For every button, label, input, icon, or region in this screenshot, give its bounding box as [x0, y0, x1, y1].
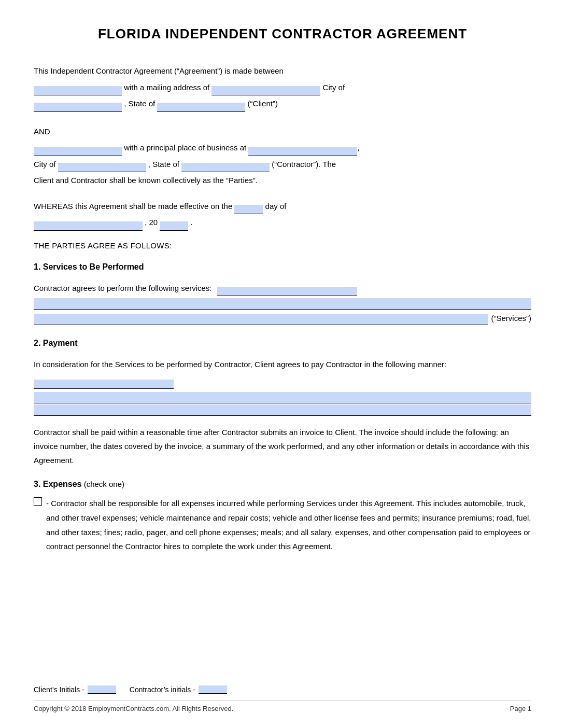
document-title: FLORIDA INDEPENDENT CONTRACTOR AGREEMENT: [34, 26, 531, 42]
client-state-field[interactable]: [157, 103, 245, 112]
and-line2: with a principal place of business at ,: [34, 139, 531, 156]
footer: Client’s Initials - Contractor’s initial…: [34, 685, 531, 712]
checkbox-1[interactable]: [34, 497, 42, 506]
state-of-text2: , State of: [148, 160, 179, 169]
section3-heading: 3. Expenses: [34, 480, 82, 488]
year-prefix-text: , 20: [145, 218, 158, 227]
section3-subheading: (check one): [84, 480, 124, 488]
payment-field-2[interactable]: [34, 392, 531, 403]
with-mailing-text: with a mailing address of: [124, 83, 209, 92]
services-label: (“Services”): [491, 311, 532, 326]
payment-paragraph: Contractor shall be paid within a reason…: [34, 425, 531, 467]
state-of-text: , State of: [124, 99, 155, 108]
contractor-city-field[interactable]: [58, 163, 146, 172]
intro-block: This Independent Contractor Agreement (“…: [34, 63, 531, 112]
month-field[interactable]: [34, 221, 143, 231]
business-address-field[interactable]: [248, 147, 357, 156]
section3-heading-row: 3. Expenses (check one): [34, 480, 531, 489]
services-text: Contractor agrees to perform the followi…: [34, 284, 211, 292]
payment-text: In consideration for the Services to be …: [34, 356, 531, 389]
intro-text-1: This Independent Contractor Agreement (“…: [34, 66, 284, 75]
and-section: AND with a principal place of business a…: [34, 123, 531, 189]
contractor-label-text: (“Contractor”). The: [272, 160, 336, 169]
section2-heading: 2. Payment: [34, 339, 531, 348]
services-line2: [34, 298, 531, 310]
period-text: .: [191, 218, 193, 227]
contractors-initials-field[interactable]: [199, 685, 227, 694]
copyright-text: Copyright © 2018 EmploymentContracts.com…: [34, 705, 233, 712]
parties-agree: THE PARTIES AGREE AS FOLLOWS:: [34, 241, 531, 250]
checkbox-1-text: - Contractor shall be responsible for al…: [46, 496, 531, 554]
parties-text: Client and Contractor shall be known col…: [34, 176, 258, 185]
city-of-text: City of: [323, 83, 345, 92]
expenses-block: - Contractor shall be responsible for al…: [34, 496, 531, 554]
intro-line1: This Independent Contractor Agreement (“…: [34, 63, 531, 79]
contractor-name-field[interactable]: [34, 147, 122, 156]
mailing-address-field[interactable]: [211, 86, 320, 95]
footer-initials: Client’s Initials - Contractor’s initial…: [34, 685, 531, 694]
whereas-block: WHEREAS this Agreement shall be made eff…: [34, 198, 531, 231]
whereas-text1: WHEREAS this Agreement shall be made eff…: [34, 202, 232, 211]
section1: 1. Services to Be Performed Contractor a…: [34, 262, 531, 327]
document-page: FLORIDA INDEPENDENT CONTRACTOR AGREEMENT…: [0, 0, 565, 728]
client-city-field[interactable]: [34, 103, 122, 112]
footer-copyright: Copyright © 2018 EmploymentContracts.com…: [34, 700, 531, 712]
section2: 2. Payment In consideration for the Serv…: [34, 339, 531, 467]
and-line3: City of , State of (“Contractor”). The: [34, 156, 531, 173]
payment-text-content: In consideration for the Services to be …: [34, 360, 446, 369]
clients-initials-label: Client’s Initials -: [34, 685, 84, 694]
intro-line3: , State of (“Client”): [34, 95, 531, 112]
section1-heading: 1. Services to Be Performed: [34, 262, 531, 272]
and-line4: Client and Contractor shall be known col…: [34, 172, 531, 189]
payment-field-3[interactable]: [34, 404, 531, 416]
section3: 3. Expenses (check one) - Contractor sha…: [34, 480, 531, 554]
whereas-line1: WHEREAS this Agreement shall be made eff…: [34, 198, 531, 215]
payment-lines: [34, 392, 531, 416]
checkbox-item-1: - Contractor shall be responsible for al…: [34, 496, 531, 554]
contractor-state-field[interactable]: [181, 163, 270, 172]
services-line3: (“Services”): [34, 311, 531, 326]
intro-line2: with a mailing address of City of: [34, 79, 531, 96]
services-field-2[interactable]: [34, 298, 531, 310]
services-line: Contractor agrees to perform the followi…: [34, 280, 531, 297]
city-of-text2: City of: [34, 160, 56, 169]
payment-manner-field[interactable]: [34, 380, 174, 389]
clients-initials-field[interactable]: [88, 685, 116, 694]
client-label-text: (“Client”): [248, 99, 278, 108]
and-label: AND: [34, 127, 50, 136]
principal-business-text: with a principal place of business at: [124, 143, 246, 152]
and-label-row: AND: [34, 123, 531, 140]
contractors-initials-label: Contractor’s initials -: [130, 685, 195, 694]
services-field-3[interactable]: [34, 314, 488, 325]
services-field-1[interactable]: [217, 287, 357, 296]
year-field[interactable]: [160, 221, 188, 231]
day-of-text: day of: [265, 202, 287, 211]
page-number: Page 1: [510, 705, 531, 712]
whereas-line2: , 20 .: [34, 214, 531, 231]
comma-1: ,: [357, 143, 359, 152]
client-name-field[interactable]: [34, 86, 122, 95]
day-field[interactable]: [234, 205, 263, 214]
